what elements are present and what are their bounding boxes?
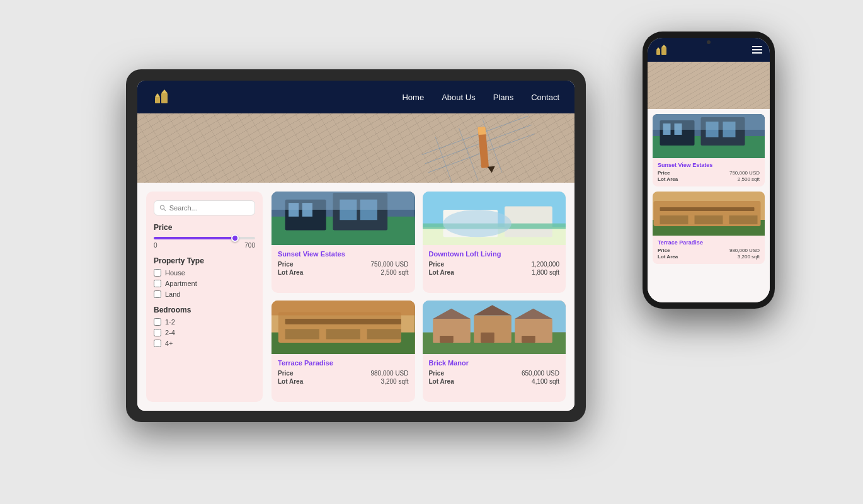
price-label: Price [154,223,255,232]
logo-icon [152,88,170,106]
svg-rect-0 [155,97,160,103]
svg-rect-46 [522,336,535,343]
search-icon [159,204,166,212]
price-labels: 0 700 [154,242,255,249]
house-checkbox[interactable] [154,269,161,277]
svg-rect-44 [440,336,454,343]
tablet-content: Price 0 700 Property Type House [137,183,574,411]
bedrooms-filter: Bedrooms 1-2 2-4 4+ [154,306,255,347]
tablet-device: Home About Us Plans Contact [126,69,586,422]
bedroom-4plus-checkbox[interactable] [154,340,161,347]
mobile-price-2: Price 980,000 USD [658,248,760,253]
tablet-hero [137,113,574,183]
property-name-2: Downtown Loft Living [429,250,560,258]
mobile-area-2: Lot Area 3,200 sqft [658,254,760,260]
property-area-4: Lot Area 4,100 sqft [429,378,560,385]
mobile-camera [707,40,711,44]
checkbox-1-2[interactable]: 1-2 [154,318,255,326]
svg-rect-77 [695,215,723,224]
property-price-3: Price 980,000 USD [278,370,409,377]
svg-rect-38 [271,301,415,316]
svg-rect-36 [326,329,360,339]
svg-marker-13 [488,166,496,173]
property-name-3: Terrace Paradise [278,359,409,367]
nav-home[interactable]: Home [402,93,424,102]
checkbox-house[interactable]: House [154,269,255,277]
property-image-1 [271,192,415,245]
hamburger-menu[interactable] [752,46,762,54]
property-card-3[interactable]: Terrace Paradise Price 980,000 USD Lot A… [271,301,415,402]
property-area-1: Lot Area 2,500 sqft [278,269,409,276]
mobile-card-1[interactable]: Sunset View Estates Price 750,000 USD Lo… [653,114,765,186]
property-card-1[interactable]: Sunset View Estates Price 750,000 USD Lo… [271,192,415,293]
svg-rect-12 [477,127,486,135]
svg-rect-37 [367,329,401,339]
svg-rect-71 [653,114,765,130]
checkbox-land[interactable]: Land [154,290,255,298]
property-price-2: Price 1,200,000 [429,261,560,268]
bedroom-1-2-checkbox[interactable] [154,318,161,326]
price-filter: Price 0 700 [154,223,255,249]
bedrooms-label: Bedrooms [154,306,255,314]
nav-logo [152,88,170,106]
mobile-card-img-1 [653,114,765,158]
search-box[interactable] [154,200,255,215]
mobile-card-img-2 [653,192,765,236]
tablet-nav: Home About Us Plans Contact [137,81,574,113]
property-card-4[interactable]: Brick Manor Price 650,000 USD Lot Area 4… [423,301,566,402]
svg-rect-1 [161,93,168,103]
nav-plans[interactable]: Plans [493,93,514,102]
mobile-card-info-2: Terrace Paradise Price 980,000 USD Lot A… [653,236,765,264]
svg-marker-3 [155,93,160,97]
slider-fill [154,237,235,239]
property-info-2: Downtown Loft Living Price 1,200,000 Lot… [423,245,566,282]
mobile-card-2[interactable]: Terrace Paradise Price 980,000 USD Lot A… [653,192,765,264]
property-type-label: Property Type [154,256,255,265]
mobile-hero-bg [648,62,770,109]
mobile-property-name-1: Sunset View Estates [658,162,760,168]
nav-about[interactable]: About Us [442,93,475,102]
price-slider-track[interactable] [154,237,255,239]
filter-panel: Price 0 700 Property Type House [146,192,263,402]
property-type-filter: Property Type House Apartment Land [154,256,255,298]
svg-rect-51 [661,47,666,55]
slider-thumb[interactable] [231,234,239,242]
property-card-2[interactable]: Downtown Loft Living Price 1,200,000 Lot… [423,192,566,293]
svg-rect-45 [481,333,494,343]
search-input[interactable] [169,204,249,212]
svg-rect-50 [656,50,660,55]
bedroom-2-4-checkbox[interactable] [154,329,161,336]
svg-rect-35 [285,329,319,339]
svg-marker-53 [661,45,666,47]
checkbox-2-4[interactable]: 2-4 [154,329,255,336]
property-image-3 [271,301,415,354]
mobile-device: Sunset View Estates Price 750,000 USD Lo… [643,32,775,309]
price-max: 700 [244,242,255,249]
property-name-1: Sunset View Estates [278,250,409,258]
svg-point-30 [443,210,511,237]
property-info-3: Terrace Paradise Price 980,000 USD Lot A… [271,354,415,391]
mobile-card-info-1: Sunset View Estates Price 750,000 USD Lo… [653,158,765,186]
mobile-price-1: Price 750,000 USD [658,170,760,176]
checkbox-apartment[interactable]: Apartment [154,280,255,287]
mobile-area-1: Lot Area 2,500 sqft [658,176,760,182]
svg-rect-76 [660,215,689,224]
property-area-3: Lot Area 3,200 sqft [278,378,409,385]
svg-point-14 [160,205,164,209]
price-min: 0 [154,242,157,249]
land-checkbox[interactable] [154,290,161,298]
apartment-checkbox[interactable] [154,280,161,287]
checkbox-4plus[interactable]: 4+ [154,340,255,347]
property-info-4: Brick Manor Price 650,000 USD Lot Area 4… [423,354,566,391]
property-info-1: Sunset View Estates Price 750,000 USD Lo… [271,245,415,282]
svg-line-9 [459,128,478,181]
mobile-property-name-2: Terrace Paradise [658,239,760,246]
nav-links: Home About Us Plans Contact [402,93,559,102]
property-image-2 [423,192,566,245]
nav-contact[interactable]: Contact [531,93,559,102]
property-price-4: Price 650,000 USD [429,370,560,377]
svg-marker-52 [656,47,660,50]
svg-line-8 [435,137,455,183]
property-area-2: Lot Area 1,800 sqft [429,269,560,276]
mobile-content: Sunset View Estates Price 750,000 USD Lo… [648,109,770,302]
